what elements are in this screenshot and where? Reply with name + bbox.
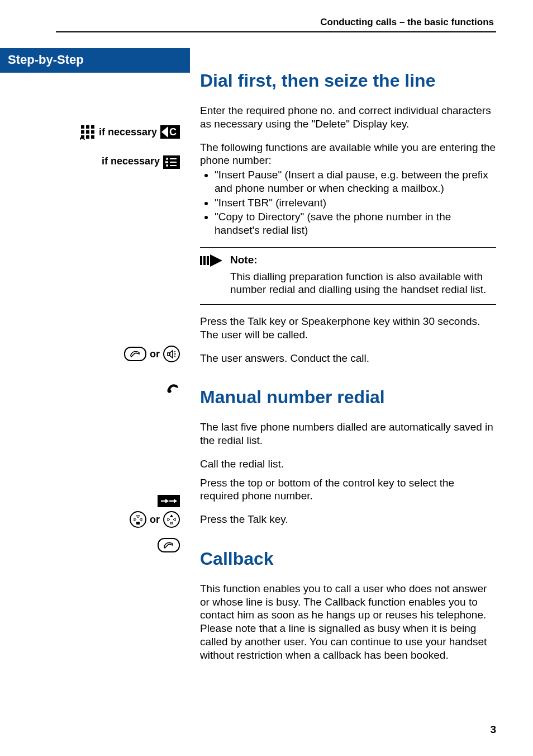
svg-point-10 — [166, 158, 168, 160]
step-row-talk — [56, 538, 180, 552]
svg-marker-25 — [174, 499, 177, 503]
heading-manual-redial: Manual number redial — [200, 386, 496, 408]
note-arrow-icon — [200, 253, 222, 296]
redial-key-icon — [158, 495, 180, 507]
page-number: 3 — [490, 724, 496, 736]
page: Conducting calls – the basic functions S… — [0, 0, 533, 756]
svg-rect-35 — [203, 256, 206, 265]
heading-dial-first: Dial first, then seize the line — [200, 69, 496, 92]
svg-point-14 — [166, 164, 168, 167]
svg-marker-28 — [140, 518, 142, 521]
para-functions-intro: The following functions are available wh… — [200, 141, 496, 168]
svg-rect-4 — [86, 130, 89, 134]
control-key-down-icon — [130, 511, 146, 528]
svg-rect-1 — [86, 125, 89, 129]
menu-key-icon — [163, 155, 180, 169]
if-necessary-label-2: if necessary — [102, 155, 160, 167]
content-columns: Step-by-Step if necessary — [0, 48, 496, 672]
para-press-talk: Press the Talk key. — [200, 513, 496, 526]
side-header: Step-by-Step — [0, 48, 190, 73]
list-item: "Copy to Directory" (save the phone numb… — [215, 210, 496, 237]
svg-rect-7 — [86, 135, 89, 139]
note-content: Note: This dialling preparation function… — [230, 253, 496, 296]
svg-marker-37 — [210, 254, 222, 267]
handset-icon — [165, 381, 180, 396]
svg-rect-15 — [170, 165, 177, 166]
svg-rect-2 — [91, 125, 94, 129]
delete-key-label: C — [168, 126, 178, 138]
para-callback: This function enables you to call a user… — [200, 582, 496, 662]
step-row-navigate: or — [56, 511, 180, 528]
list-item: "Insert Pause" (Insert a dial pause, e.g… — [215, 168, 496, 195]
step-row-redial — [56, 494, 180, 508]
svg-rect-11 — [170, 158, 177, 159]
note-title: Note: — [230, 253, 496, 267]
svg-rect-0 — [81, 125, 84, 129]
step-row-enter-number: if necessary C — [56, 124, 180, 140]
para-user-answers: The user answers. Conduct the call. — [200, 352, 496, 365]
svg-marker-27 — [134, 518, 136, 521]
svg-line-21 — [174, 356, 175, 357]
or-label-1: or — [150, 348, 160, 360]
step-row-talk-or-speaker: or — [56, 346, 180, 362]
svg-marker-30 — [170, 514, 173, 517]
talk-key-icon-2 — [158, 538, 180, 552]
svg-marker-32 — [173, 518, 175, 521]
step-row-answer — [56, 381, 180, 396]
svg-rect-13 — [170, 162, 177, 163]
svg-marker-31 — [168, 518, 170, 521]
heading-callback: Callback — [200, 547, 496, 570]
svg-rect-29 — [136, 522, 140, 525]
svg-marker-23 — [165, 499, 169, 503]
side-column: Step-by-Step if necessary — [0, 48, 190, 672]
talk-key-icon — [124, 347, 146, 361]
main-column: Dial first, then seize the line Enter th… — [190, 48, 496, 672]
or-label-2: or — [150, 514, 160, 526]
svg-rect-33 — [170, 522, 173, 524]
svg-marker-9 — [161, 126, 168, 138]
svg-rect-8 — [91, 135, 94, 139]
svg-marker-16 — [165, 160, 167, 164]
list-item: "Insert TBR" (irrelevant) — [215, 196, 496, 210]
control-key-up-icon — [163, 511, 180, 528]
svg-rect-36 — [207, 256, 209, 265]
note-box: Note: This dialling preparation function… — [200, 247, 496, 305]
step-row-menu: if necessary — [56, 154, 180, 169]
para-press-talk-speaker: Press the Talk key or Speakerphone key w… — [200, 315, 496, 342]
para-select-number: Press the top or bottom of the control k… — [200, 476, 496, 503]
functions-list: "Insert Pause" (Insert a dial pause, e.g… — [200, 168, 496, 237]
svg-rect-34 — [200, 256, 202, 265]
running-head: Conducting calls – the basic functions — [56, 17, 496, 28]
svg-marker-26 — [136, 516, 140, 518]
para-redial-intro: The last five phone numbers dialled are … — [200, 420, 496, 447]
note-body: This dialling preparation function is al… — [230, 270, 496, 297]
svg-rect-5 — [91, 130, 94, 134]
page-header: Conducting calls – the basic functions — [0, 17, 496, 32]
keypad-icon — [80, 124, 96, 140]
svg-rect-3 — [81, 130, 84, 134]
if-necessary-label: if necessary — [99, 126, 157, 138]
delete-key-icon: C — [160, 125, 180, 139]
para-enter-number: Enter the required phone no. and correct… — [200, 104, 496, 131]
header-rule — [56, 31, 496, 32]
speakerphone-key-icon — [163, 346, 180, 362]
svg-marker-18 — [170, 351, 173, 358]
para-call-redial: Call the redial list. — [200, 457, 496, 471]
svg-line-20 — [174, 351, 175, 352]
